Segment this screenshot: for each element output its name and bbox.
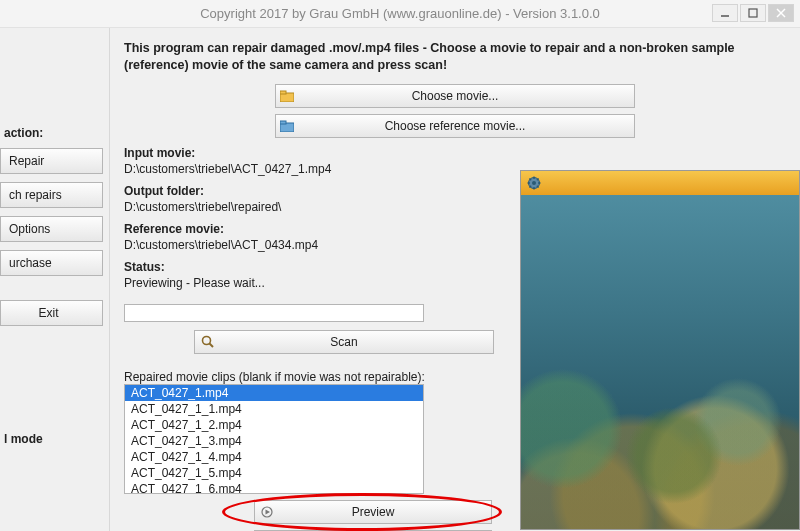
choose-movie-button[interactable]: Choose movie... — [275, 84, 635, 108]
progress-bar — [124, 304, 424, 322]
preview-button[interactable]: Preview — [254, 500, 492, 524]
preview-button-label: Preview — [279, 505, 491, 519]
svg-point-8 — [203, 336, 211, 344]
choose-reference-button[interactable]: Choose reference movie... — [275, 114, 635, 138]
repaired-clips-listbox[interactable]: ACT_0427_1.mp4 ACT_0427_1_1.mp4 ACT_0427… — [124, 384, 424, 494]
preview-video-frame — [521, 195, 799, 529]
preview-window-titlebar[interactable] — [521, 171, 799, 195]
intro-text: This program can repair damaged .mov/.mp… — [124, 40, 786, 74]
purchase-button[interactable]: urchase — [0, 250, 103, 276]
input-movie-label: Input movie: — [124, 146, 786, 160]
folder-icon — [276, 120, 298, 132]
sidebar-mode-label: l mode — [4, 432, 103, 446]
window-title: Copyright 2017 by Grau GmbH (www.grauonl… — [200, 6, 600, 21]
video-preview-window[interactable] — [520, 170, 800, 530]
close-button[interactable] — [768, 4, 794, 22]
minimize-button[interactable] — [712, 4, 738, 22]
repair-button-label: Repair — [9, 154, 44, 168]
list-item[interactable]: ACT_0427_1_6.mp4 — [125, 481, 423, 494]
repair-button[interactable]: Repair — [0, 148, 103, 174]
window-titlebar: Copyright 2017 by Grau GmbH (www.grauonl… — [0, 0, 800, 28]
sidebar: action: Repair ch repairs Options urchas… — [0, 28, 110, 531]
exit-button-label: Exit — [38, 306, 58, 320]
maximize-button[interactable] — [740, 4, 766, 22]
batch-repairs-button[interactable]: ch repairs — [0, 182, 103, 208]
options-button-label: Options — [9, 222, 50, 236]
choose-reference-label: Choose reference movie... — [298, 119, 634, 133]
choose-movie-label: Choose movie... — [298, 89, 634, 103]
scan-button[interactable]: Scan — [194, 330, 494, 354]
sidebar-action-label: action: — [4, 126, 103, 140]
options-button[interactable]: Options — [0, 216, 103, 242]
list-item[interactable]: ACT_0427_1_4.mp4 — [125, 449, 423, 465]
gear-icon — [527, 176, 541, 190]
play-icon — [255, 506, 279, 518]
purchase-button-label: urchase — [9, 256, 52, 270]
svg-rect-7 — [280, 121, 286, 124]
list-item[interactable]: ACT_0427_1_5.mp4 — [125, 465, 423, 481]
list-item[interactable]: ACT_0427_1_2.mp4 — [125, 417, 423, 433]
exit-button[interactable]: Exit — [0, 300, 103, 326]
folder-icon — [276, 90, 298, 102]
svg-point-14 — [532, 181, 536, 185]
svg-rect-1 — [749, 9, 757, 17]
list-item[interactable]: ACT_0427_1.mp4 — [125, 385, 423, 401]
svg-rect-5 — [280, 91, 286, 94]
list-item[interactable]: ACT_0427_1_3.mp4 — [125, 433, 423, 449]
list-item[interactable]: ACT_0427_1_1.mp4 — [125, 401, 423, 417]
scan-button-label: Scan — [221, 335, 493, 349]
batch-repairs-label: ch repairs — [9, 188, 62, 202]
magnifier-icon — [195, 335, 221, 349]
window-controls — [712, 4, 794, 22]
svg-line-9 — [210, 343, 214, 347]
svg-marker-11 — [266, 509, 271, 514]
